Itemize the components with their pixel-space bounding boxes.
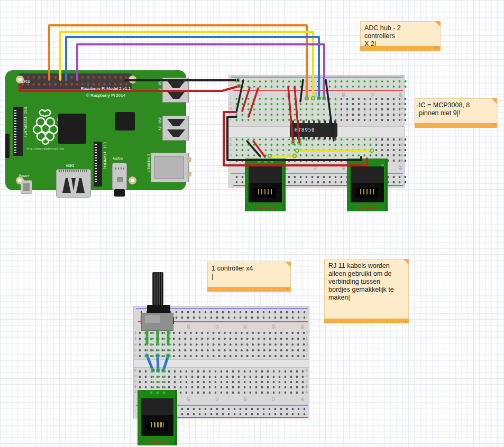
note-resize-bar[interactable] <box>324 319 409 323</box>
raspberry-pi-logo: ® <box>31 107 61 145</box>
note-fold-corner <box>435 21 441 27</box>
audio-jack <box>112 163 127 190</box>
schematic-canvas[interactable]: 51015202530 J I H G F J I H G F E D C B … <box>0 0 504 447</box>
note-text[interactable]: RJ 11 kabels worden alleen gebruikt om d… <box>328 262 401 317</box>
raspberry-pi-board[interactable]: GPIO Raspberry Pi Model 2 v1.1 © Raspber… <box>5 70 186 190</box>
usb-port-bottom <box>162 116 189 141</box>
rj11-solder-pads <box>150 441 165 443</box>
csi-label: CSI (CAMERA) <box>103 142 107 187</box>
rail-holes[interactable] <box>234 84 408 89</box>
note-text[interactable]: IC = MCP3008, 8 pinnen niet 9|! <box>419 101 489 122</box>
rj11-solder-pads <box>360 207 375 209</box>
mounting-hole <box>129 176 136 184</box>
row-letters: J I H G F <box>134 330 136 359</box>
potentiometer-body[interactable] <box>141 313 173 331</box>
note-text[interactable]: 1 controller x4 | <box>212 265 283 285</box>
rj11-solder-pads <box>258 207 273 209</box>
potentiometer-body-highlight <box>145 315 160 323</box>
hdmi-port <box>56 169 91 198</box>
note-resize-grip[interactable] <box>435 46 439 50</box>
column-numbers: 51015202530 <box>159 396 303 402</box>
potentiometer-shaft[interactable] <box>152 272 163 305</box>
usb-label: USB 2x <box>158 117 162 141</box>
row-letters: J I H G F <box>401 96 403 122</box>
note-resize-grip[interactable] <box>285 287 290 291</box>
potentiometer-collar[interactable] <box>147 305 170 313</box>
rail-holes[interactable] <box>234 79 408 84</box>
power-rail-blue-line <box>231 77 403 78</box>
row-letters: J I H G F <box>230 96 232 122</box>
pi-copyright: © Raspberry Pi 2014 <box>63 93 148 98</box>
gpio-pin-row[interactable] <box>20 74 129 80</box>
rj11-jack <box>141 398 174 436</box>
ethernet-label: ETHERNET <box>146 154 151 185</box>
hdmi-label: HDMI <box>66 164 75 168</box>
rj11-jack <box>249 166 282 202</box>
row-letters: E D C B A <box>401 137 403 163</box>
row-letters: E D C B A <box>134 368 136 395</box>
connected-holes[interactable] <box>234 96 338 123</box>
rj11-jack <box>351 166 384 202</box>
sticky-note-controller[interactable]: 1 controller x4 | <box>207 262 291 292</box>
note-resize-grip[interactable] <box>403 319 408 323</box>
pi-website: http://www.raspberrypi.org <box>26 147 63 150</box>
note-resize-bar[interactable] <box>207 287 291 292</box>
mounting-hole <box>16 176 24 184</box>
rj11-top-pads <box>150 392 165 394</box>
rj11-breakout-bottom[interactable] <box>138 390 177 445</box>
center-channel <box>134 359 309 368</box>
note-fold-corner <box>491 98 497 104</box>
audio-label: Audio <box>113 156 123 161</box>
row-letters: E D C B A <box>306 368 308 395</box>
sticky-note-rj11[interactable]: RJ 11 kabels worden alleen gebruikt om d… <box>324 259 409 323</box>
note-text[interactable]: ADC hub - 2 controllers X 2| <box>364 24 433 44</box>
ethernet-port <box>151 153 189 182</box>
row-letters: J I H G F <box>306 330 308 359</box>
ram-chip <box>115 112 135 131</box>
dsi-connector <box>13 107 23 156</box>
note-fold-corner <box>285 262 291 267</box>
connected-holes[interactable] <box>234 137 373 159</box>
csi-connector <box>94 142 102 187</box>
sticky-note-adc-hub[interactable]: ADC hub - 2 controllers X 2| <box>360 21 441 51</box>
mounting-hole <box>16 76 24 83</box>
note-resize-bar[interactable] <box>415 123 497 128</box>
edge-connector <box>5 134 10 158</box>
note-resize-bar[interactable] <box>360 46 441 51</box>
column-numbers: 51015202530 <box>159 323 303 330</box>
soc-chip <box>58 114 86 144</box>
jumper-blue[interactable] <box>158 356 158 370</box>
dsi-label: DSI (DISPLAY) <box>23 107 28 156</box>
sticky-note-mcp3008[interactable]: IC = MCP3008, 8 pinnen niet 9|! <box>415 98 497 128</box>
note-fold-corner <box>403 259 409 265</box>
note-resize-grip[interactable] <box>491 124 496 127</box>
audio-jack-barrel <box>114 189 125 197</box>
